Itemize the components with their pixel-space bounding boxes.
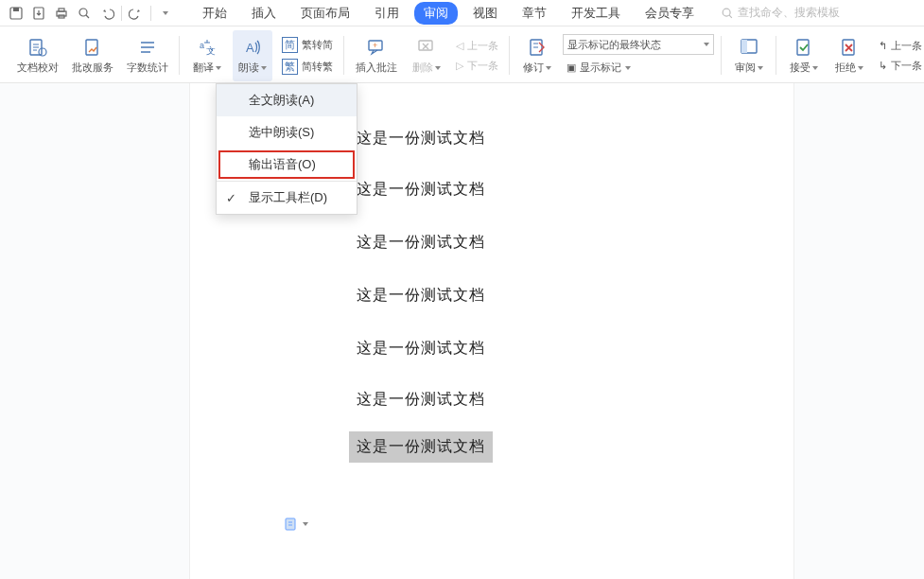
menu-read-all[interactable]: 全文朗读(A) xyxy=(217,84,357,116)
translate-button[interactable]: a文 翻译 xyxy=(187,30,227,81)
ribbon: 文档校对 批改服务 字数统计 a文 翻译 A 朗读 简繁转简 繁简转繁 + 插入… xyxy=(0,26,924,83)
tab-dev[interactable]: 开发工具 xyxy=(562,2,630,25)
markup-icon: ▣ xyxy=(567,61,576,74)
change-nav-stack: ↰上一条 ↳下一条 xyxy=(875,37,924,75)
review-pane-label: 审阅 xyxy=(735,61,763,75)
menu-read-selection[interactable]: 选中朗读(S) xyxy=(217,116,357,149)
trad-glyph-icon: 繁 xyxy=(282,59,298,75)
save-icon[interactable] xyxy=(6,3,26,24)
document-area: 这是一份测试文档 这是一份测试文档 这是一份测试文档 这是一份测试文档 这是一份… xyxy=(0,83,924,579)
svg-rect-4 xyxy=(59,9,64,11)
simp-to-trad-button[interactable]: 繁简转繁 xyxy=(278,57,337,77)
show-markup-button[interactable]: ▣显示标记 xyxy=(563,59,714,77)
paragraph[interactable]: 这是一份测试文档 xyxy=(357,233,485,253)
quick-access-toolbar xyxy=(6,3,176,24)
simp-glyph-icon: 简 xyxy=(282,37,298,53)
track-changes-icon xyxy=(526,36,549,59)
svg-rect-1 xyxy=(13,8,19,11)
chevron-down-icon xyxy=(435,66,441,70)
group-comments: + 插入批注 删除 ◁上一条 ▷下一条 xyxy=(344,28,510,82)
review-pane-button[interactable]: 审阅 xyxy=(729,30,769,81)
display-state-combo[interactable]: 显示标记的最终状态 xyxy=(563,34,714,55)
reject-button[interactable]: 拒绝 xyxy=(829,30,869,81)
separator xyxy=(150,6,151,21)
track-changes-label: 修订 xyxy=(523,61,551,75)
delete-comment-button[interactable]: 删除 xyxy=(407,30,446,81)
group-language: a文 翻译 A 朗读 简繁转简 繁简转繁 xyxy=(180,28,344,82)
translate-icon: a文 xyxy=(196,36,218,59)
preview-icon[interactable] xyxy=(74,3,95,24)
wordcount-label: 字数统计 xyxy=(127,61,168,75)
print-icon[interactable] xyxy=(51,3,72,24)
trad-to-simp-button[interactable]: 简繁转简 xyxy=(278,35,337,55)
svg-rect-19 xyxy=(741,40,747,53)
wordcount-button[interactable]: 字数统计 xyxy=(123,30,172,81)
proof-label: 文档校对 xyxy=(17,61,59,75)
delete-comment-icon xyxy=(415,36,438,59)
read-aloud-icon: A xyxy=(241,36,264,59)
reject-label: 拒绝 xyxy=(835,61,863,75)
tab-start[interactable]: 开始 xyxy=(193,2,236,25)
title-bar: 开始 插入 页面布局 引用 审阅 视图 章节 开发工具 会员专享 查找命令、搜索… xyxy=(0,0,924,26)
svg-text:A: A xyxy=(246,41,254,55)
redo-icon[interactable] xyxy=(126,3,147,24)
delete-comment-label: 删除 xyxy=(412,61,441,75)
chevron-down-icon xyxy=(758,66,763,70)
tab-view[interactable]: 视图 xyxy=(463,2,507,25)
review-pane-icon xyxy=(738,36,760,59)
group-review-pane: 审阅 xyxy=(722,28,776,82)
translate-label: 翻译 xyxy=(193,61,221,75)
export-icon[interactable] xyxy=(28,3,49,24)
tab-insert[interactable]: 插入 xyxy=(242,2,286,25)
separator xyxy=(121,6,122,21)
check-icon: ✓ xyxy=(226,191,236,205)
chevron-down-icon xyxy=(812,66,818,70)
comment-nav-stack: ◁上一条 ▷下一条 xyxy=(452,37,502,75)
tab-ref[interactable]: 引用 xyxy=(365,2,409,25)
track-changes-button[interactable]: 修订 xyxy=(517,30,557,81)
chevron-down-icon xyxy=(216,66,221,70)
svg-point-6 xyxy=(79,9,87,16)
convert-stack: 简繁转简 繁简转繁 xyxy=(278,35,337,77)
read-aloud-button[interactable]: A 朗读 xyxy=(233,30,272,81)
prev-change-button[interactable]: ↰上一条 xyxy=(875,37,924,55)
accept-button[interactable]: 接受 xyxy=(784,30,824,81)
prev-comment-button[interactable]: ◁上一条 xyxy=(452,37,502,55)
search-box[interactable]: 查找命令、搜索模板 xyxy=(721,5,840,21)
tab-review[interactable]: 审阅 xyxy=(414,2,458,25)
search-icon xyxy=(721,7,734,20)
svg-point-9 xyxy=(39,48,46,56)
prev-icon: ◁ xyxy=(456,40,463,52)
paragraph[interactable]: 这是一份测试文档 xyxy=(357,390,485,410)
accept-icon xyxy=(793,36,815,59)
next-change-button[interactable]: ↳下一条 xyxy=(875,57,924,75)
read-aloud-label: 朗读 xyxy=(238,61,267,75)
chevron-down-icon xyxy=(858,66,863,70)
insert-comment-label: 插入批注 xyxy=(356,61,397,75)
chevron-down-icon xyxy=(625,66,631,70)
paragraph[interactable]: 这是一份测试文档 xyxy=(357,129,485,149)
paragraph[interactable]: 这是一份测试文档 xyxy=(357,286,485,306)
batch-button[interactable]: 批改服务 xyxy=(68,30,117,81)
tab-member[interactable]: 会员专享 xyxy=(636,2,704,25)
ribbon-tabs: 开始 插入 页面布局 引用 审阅 视图 章节 开发工具 会员专享 xyxy=(193,2,704,25)
undo-icon[interactable] xyxy=(96,3,117,24)
insert-comment-button[interactable]: + 插入批注 xyxy=(352,30,401,81)
paragraph-selected[interactable]: 这是一份测试文档 xyxy=(349,431,493,463)
chevron-down-icon xyxy=(261,66,267,70)
accept-label: 接受 xyxy=(790,61,818,75)
paste-options-button[interactable] xyxy=(284,517,308,532)
menu-output-voice[interactable]: 输出语音(O) xyxy=(217,149,357,181)
next-icon: ▷ xyxy=(456,60,463,72)
paragraph[interactable]: 这是一份测试文档 xyxy=(357,180,485,200)
next-comment-button[interactable]: ▷下一条 xyxy=(452,57,502,75)
proof-button[interactable]: 文档校对 xyxy=(13,30,62,81)
qat-dropdown-icon[interactable] xyxy=(155,3,176,24)
wordcount-icon xyxy=(136,36,159,59)
svg-text:a: a xyxy=(200,41,204,50)
paragraph[interactable]: 这是一份测试文档 xyxy=(357,339,485,359)
proof-icon xyxy=(26,36,49,59)
menu-show-toolbar[interactable]: ✓ 显示工具栏(D) xyxy=(217,182,357,214)
tab-chapter[interactable]: 章节 xyxy=(513,2,556,25)
tab-layout[interactable]: 页面布局 xyxy=(291,2,359,25)
